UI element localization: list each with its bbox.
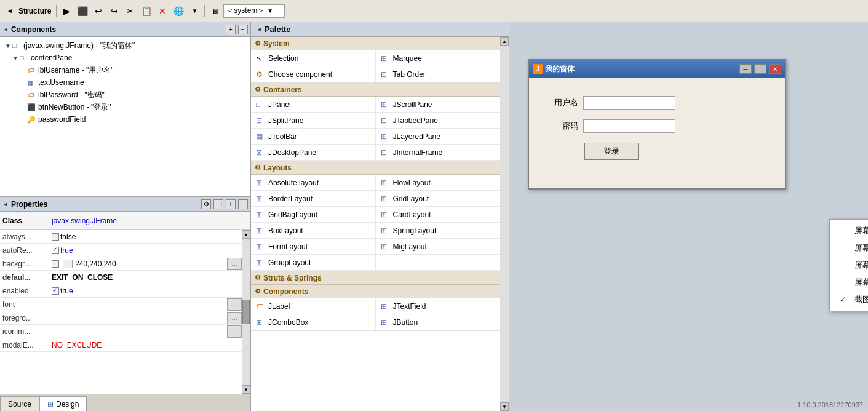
props-row-foregro[interactable]: foregro... ... (0, 311, 242, 325)
preview-title-text: 我的窗体 (545, 64, 737, 74)
props-dots-backgr[interactable]: ... (227, 258, 242, 270)
taborder-label: Tab Order (393, 70, 426, 79)
tree-item-contentpane[interactable]: ▼ □ contentPane (0, 52, 250, 64)
palette-item-jdesktoppane[interactable]: ⊠ JDesktopPane (251, 145, 376, 161)
palette-item-jscrollpane[interactable]: ⊞ JScrollPane (376, 97, 501, 113)
checkbox-always (52, 233, 59, 241)
palette-item-selection[interactable]: ↖ Selection (251, 50, 376, 66)
palette-scroll-down[interactable]: ▼ (500, 402, 509, 411)
tree-item-lblusername[interactable]: 🏷 lblUsername - "用户名" (0, 64, 250, 76)
props-btn-1[interactable]: ⚙ (201, 199, 211, 209)
palette-item-jpanel[interactable]: □ JPanel (251, 97, 376, 113)
back-arrow-icon[interactable]: ◄ (2, 4, 17, 18)
ctx-item-translate[interactable]: 屏幕翻译 Ctrl + Alt + F (830, 274, 868, 291)
ctx-item-record[interactable]: 屏幕录制 Ctrl + Alt + S (830, 239, 868, 257)
structure-expand-btn[interactable]: + (226, 25, 236, 34)
toolbar-icon-6[interactable]: 📋 (139, 4, 154, 18)
palette-item-grouplayout[interactable]: ⊞ GroupLayout (251, 255, 376, 271)
props-dots-font[interactable]: ... (227, 298, 242, 311)
tree-item-btnnewbutton[interactable]: ⬛ btnNewButton - "登录" (0, 101, 250, 113)
toolbar-icon-3[interactable]: ↩ (91, 4, 106, 18)
props-row-font[interactable]: font ... (0, 298, 242, 311)
palette-item-choose[interactable]: ⚙ Choose component (251, 66, 376, 82)
toolbar-icon-1[interactable]: ▶ (59, 4, 74, 18)
properties-header: ◄ Properties ⚙ ⬜ + − (0, 197, 250, 212)
props-row-defaul[interactable]: defaul... EXIT_ON_CLOSE (0, 271, 242, 284)
props-key-modale: modalE... (0, 341, 49, 349)
palette-item-jtextfield[interactable]: ⊞ JTextField (376, 298, 501, 314)
palette-item-formlayout[interactable]: ⊞ FormLayout (251, 239, 376, 255)
tab-design[interactable]: ⊞ Design (39, 396, 87, 411)
structure-arrow[interactable]: ◄ (2, 26, 9, 33)
tree-item-jframe[interactable]: ▼ □ (javax.swing.JFrame) - "我的窗体" (0, 39, 250, 52)
system-dropdown[interactable]: ＜system＞ ▼ (223, 4, 285, 18)
palette-arrow[interactable]: ◄ (256, 26, 262, 33)
props-row-backgr[interactable]: backgr... 240,240,240 ... (0, 257, 242, 271)
palette-item-borderlayout[interactable]: ⊞ BorderLayout (251, 191, 376, 207)
tab-source-label: Source (8, 400, 31, 409)
props-dots-foregro[interactable]: ... (227, 312, 242, 324)
props-btn-2[interactable]: ⬜ (213, 199, 223, 209)
palette-item-jbutton[interactable]: ⊞ JButton (376, 314, 501, 330)
preview-username-input[interactable] (583, 96, 675, 110)
structure-title: Structure (18, 7, 51, 15)
palette-item-marquee[interactable]: ⊞ Marquee (376, 50, 501, 66)
props-dots-iconim[interactable]: ... (227, 325, 242, 338)
palette-item-jsplitpane[interactable]: ⊟ JSplitPane (251, 113, 376, 129)
props-row-enabled[interactable]: enabled true (0, 284, 242, 298)
props-btn-4[interactable]: − (238, 199, 248, 209)
toolbar-icon-arrow[interactable]: ▼ (187, 4, 202, 18)
ctx-item-hide[interactable]: ✓ 截图时隐藏当前窗口 (830, 291, 868, 308)
palette-item-jtoolbar[interactable]: ▤ JToolBar (251, 129, 376, 145)
palette-item-jinternalframe[interactable]: ⊡ JInternalFrame (376, 145, 501, 161)
toolbar-icon-8[interactable]: 🌐 (171, 4, 186, 18)
preview-close-btn[interactable]: ✕ (769, 64, 781, 74)
props-row-always[interactable]: always... false (0, 230, 242, 244)
toolbar-icon-2[interactable]: ⬛ (75, 4, 90, 18)
structure-collapse-btn[interactable]: − (238, 25, 248, 34)
palette-item-jcombobox[interactable]: ⊞ JComboBox (251, 314, 376, 330)
props-scroll-up[interactable]: ▲ (242, 230, 250, 239)
palette-item-cardlayout[interactable]: ⊞ CardLayout (376, 207, 501, 223)
grouplayout-label: GroupLayout (268, 258, 311, 267)
toolbar-icon-9[interactable]: 🖥 (207, 4, 222, 18)
toolbar-icon-7[interactable]: ✕ (155, 4, 170, 18)
props-row-iconim[interactable]: iconIm... ... (0, 325, 242, 338)
palette-item-miglayout[interactable]: ⊞ MigLayout (376, 239, 501, 255)
props-scroll-thumb[interactable] (242, 300, 250, 324)
preview-maximize-btn[interactable]: □ (754, 64, 766, 74)
palette-item-boxlayout[interactable]: ⊞ BoxLayout (251, 223, 376, 239)
props-row-autore[interactable]: autoRe... true (0, 244, 242, 257)
props-btn-3[interactable]: + (226, 199, 236, 209)
components-section-label: Components (263, 287, 308, 296)
props-row-modale[interactable]: modalE... NO_EXCLUDE (0, 338, 242, 352)
jlabel-icon: 🏷 (256, 302, 266, 311)
tab-source[interactable]: Source (0, 396, 39, 411)
tree-item-passwordfield[interactable]: 🔑 passwordField (0, 113, 250, 126)
palette-item-absolute[interactable]: ⊞ Absolute layout (251, 175, 376, 191)
preview-minimize-btn[interactable]: ─ (739, 64, 752, 74)
palette-item-jlabel[interactable]: 🏷 JLabel (251, 298, 376, 314)
palette-scroll-up[interactable]: ▲ (500, 37, 509, 46)
palette-item-gridlayout[interactable]: ⊞ GridLayout (376, 191, 501, 207)
palette-item-gridbaglayout[interactable]: ⊞ GridBagLayout (251, 207, 376, 223)
palette-item-taborder[interactable]: ⊡ Tab Order (376, 66, 501, 82)
components-section-icon: ⚙ (255, 287, 261, 295)
tree-item-textusername[interactable]: ▦ textUsername (0, 76, 250, 89)
tree-item-lblpassword[interactable]: 🏷 lblPassword - "密码" (0, 89, 250, 101)
ctx-item-screenshot[interactable]: 屏幕截图 (830, 222, 868, 239)
palette-item-flowlayout[interactable]: ⊞ FlowLayout (376, 175, 501, 191)
palette-item-jtabbedpane[interactable]: ⊡ JTabbedPane (376, 113, 501, 129)
props-scroll-down[interactable]: ▼ (242, 385, 250, 394)
preview-password-input[interactable] (583, 119, 675, 133)
props-scrollbar[interactable]: ▲ ▼ (242, 230, 250, 394)
preview-login-btn[interactable]: 登录 (584, 143, 639, 160)
palette-item-empty (376, 255, 501, 271)
palette-item-springlayout[interactable]: ⊞ SpringLayout (376, 223, 501, 239)
palette-item-jlayeredpane[interactable]: ⊞ JLayeredPane (376, 129, 501, 145)
toolbar-icon-5[interactable]: ✂ (123, 4, 138, 18)
props-panel-arrow[interactable]: ◄ (2, 201, 9, 207)
toolbar-icon-4[interactable]: ↪ (107, 4, 122, 18)
palette-scrollbar[interactable]: ▲ ▼ (500, 37, 509, 411)
ctx-item-ocr[interactable]: 屏幕识图 Ctrl + Alt + O (830, 257, 868, 274)
